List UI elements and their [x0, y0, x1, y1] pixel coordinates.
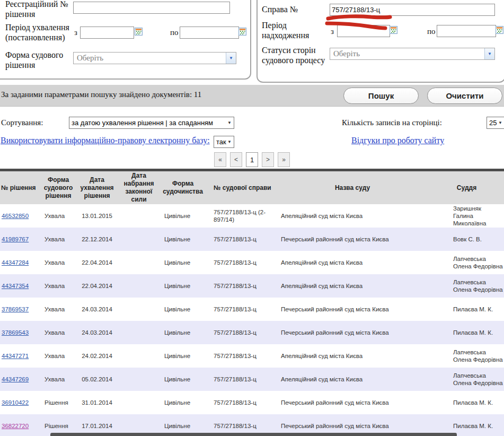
table-row: 46532850 Ухвала 13.01.2015 Цивільне 757/…: [0, 204, 504, 228]
proceeding-form-cell: Цивільне: [159, 321, 207, 344]
decision-link[interactable]: 44347284: [2, 259, 29, 266]
chevron-down-icon[interactable]: ▼: [484, 48, 494, 59]
to-label: по: [427, 27, 436, 36]
proceeding-form-cell: Цивільне: [159, 228, 207, 251]
judge-cell: Лапчевська Олена Федорівна: [429, 251, 504, 274]
clear-button[interactable]: Очистити: [427, 88, 502, 104]
decision-date-cell: 24.02.2014: [75, 344, 119, 368]
search-panel-decision: Реєстраційний № рішення Період ухвалення…: [0, 0, 251, 80]
table-row: 36910422 Рішення 31.01.2014 Цивільне 757…: [0, 391, 504, 414]
page-size-select[interactable]: 25 ▼: [487, 117, 504, 129]
legal-base-select[interactable]: так ▼: [214, 136, 234, 148]
decision-number-cell: 44347354: [0, 274, 41, 298]
calendar-icon[interactable]: [496, 26, 503, 34]
case-number-cell: 757/27188/13-ц: [207, 368, 276, 391]
chevron-down-icon[interactable]: ▼: [226, 53, 236, 64]
page-size-select-value: 25: [487, 119, 497, 127]
case-number-cell: 757/27188/13-ц: [207, 298, 276, 321]
sort-label: Сортування:: [1, 118, 43, 127]
pagination: « < 1 > »: [0, 152, 504, 167]
legal-base-link[interactable]: Використовувати інформаційно-правову еле…: [1, 136, 210, 145]
to-label: по: [170, 28, 179, 37]
proceeding-form-cell: Цивільне: [159, 344, 207, 368]
decision-link[interactable]: 46532850: [2, 213, 29, 219]
header-judge: Суддя: [429, 170, 504, 205]
pagination-last-button[interactable]: »: [278, 152, 290, 167]
proceeding-form-cell: Цивільне: [159, 391, 207, 414]
proceeding-form-cell: Цивільне: [159, 298, 207, 321]
case-number-input[interactable]: [330, 4, 495, 16]
judge-cell: Пилаєва М. К.: [429, 391, 504, 414]
decision-form-select[interactable]: Оберіть ▼: [73, 52, 236, 64]
from-label: з: [74, 28, 77, 37]
legal-force-date-cell: [119, 391, 159, 414]
decision-period-from-input[interactable]: [80, 27, 134, 39]
bottom-divider-bar: [50, 433, 457, 436]
decision-date-cell: 13.01.2015: [75, 204, 119, 228]
decision-date-cell: 22.12.2014: [75, 228, 119, 251]
decision-form-cell: Ухвала: [41, 228, 75, 251]
receive-period-from-input[interactable]: [337, 25, 390, 37]
decision-form-cell: Ухвала: [41, 344, 75, 368]
legal-force-date-cell: [119, 274, 159, 298]
header-proceeding-form: Форма судочинства: [159, 170, 207, 205]
header-legal-force-date: Дата набрання законної сили: [119, 170, 159, 205]
decision-form-select-value: Оберіть: [74, 54, 226, 63]
reg-number-input[interactable]: [73, 2, 230, 14]
decision-form-cell: Ухвала: [41, 251, 75, 274]
decision-link[interactable]: 44347269: [2, 376, 29, 382]
pagination-prev-button[interactable]: <: [230, 152, 242, 167]
results-tbody: 46532850 Ухвала 13.01.2015 Цивільне 757/…: [0, 204, 504, 436]
from-label: з: [331, 27, 334, 36]
decision-link[interactable]: 44347354: [2, 283, 29, 289]
decision-link[interactable]: 37869537: [2, 306, 29, 312]
case-number-cell: 757/27188/13-ц: [207, 321, 276, 344]
search-button[interactable]: Пошук: [343, 88, 419, 104]
header-decision-number: № рішення: [0, 170, 41, 205]
court-name-cell: Апеляційний суд міста Києва: [276, 251, 429, 274]
results-summary: За заданими параметрами пошуку знайдено …: [1, 90, 201, 99]
party-status-select[interactable]: Оберіть ▼: [330, 48, 495, 60]
case-number-cell: 757/27188/13-ц (2-897/14): [207, 204, 276, 228]
decision-date-cell: 31.01.2014: [75, 391, 119, 414]
results-table: № рішення Форма судового рішення Дата ух…: [0, 169, 504, 436]
court-name-cell: Печерський районний суд міста Києва: [276, 298, 429, 321]
search-panel-case: Справа № Період надходження з по Статуси…: [257, 0, 504, 83]
court-registry-search-page: Реєстраційний № рішення Період ухвалення…: [0, 0, 504, 436]
reg-number-label: Реєстраційний № рішення: [5, 0, 73, 19]
decision-link[interactable]: 36822720: [2, 423, 29, 429]
pagination-next-button[interactable]: >: [262, 152, 274, 167]
party-status-label: Статуси сторін судового процесу: [262, 45, 335, 65]
feedback-link[interactable]: Відгуки про роботу сайту: [351, 136, 444, 145]
pagination-page-1[interactable]: 1: [246, 152, 258, 167]
receive-period-to-input[interactable]: [437, 25, 496, 37]
case-number-cell: 757/27188/13-ц: [207, 251, 276, 274]
judge-cell: Пилаєва М. К.: [429, 298, 504, 321]
decision-link[interactable]: 36910422: [2, 399, 29, 406]
sort-select[interactable]: за датою ухвалення рішення | за спадання…: [69, 117, 234, 129]
header-case-number: № судової справи: [207, 170, 276, 205]
legal-force-date-cell: [119, 321, 159, 344]
decision-link[interactable]: 37869543: [2, 329, 29, 336]
decision-date-cell: 22.04.2014: [75, 251, 119, 274]
case-number-label: Справа №: [262, 4, 325, 14]
table-row: 44347269 Ухвала 05.02.2014 Цивільне 757/…: [0, 368, 504, 391]
decision-link[interactable]: 41989767: [2, 236, 29, 242]
decision-link[interactable]: 44347271: [2, 353, 29, 359]
calendar-icon[interactable]: [238, 28, 246, 36]
header-court-name: Назва суду: [276, 170, 429, 205]
court-name-cell: Апеляційний суд міста Києва: [276, 274, 429, 298]
table-row: 37869537 Ухвала 24.03.2014 Цивільне 757/…: [0, 298, 504, 321]
case-number-cell: 757/27188/13-ц: [207, 344, 276, 368]
calendar-icon[interactable]: [135, 28, 143, 36]
decision-form-cell: Ухвала: [41, 274, 75, 298]
pagination-first-button[interactable]: «: [214, 152, 226, 167]
decision-number-cell: 36910422: [0, 391, 41, 414]
legal-force-date-cell: [119, 204, 159, 228]
decision-date-cell: 05.02.2014: [75, 368, 119, 391]
court-name-cell: Печерський районний суд міста Києва: [276, 391, 429, 414]
decision-number-cell: 46532850: [0, 204, 41, 228]
decision-period-to-input[interactable]: [180, 27, 239, 39]
page-size-label: Кількість записів на сторінці:: [342, 118, 442, 127]
calendar-icon[interactable]: [390, 26, 397, 34]
